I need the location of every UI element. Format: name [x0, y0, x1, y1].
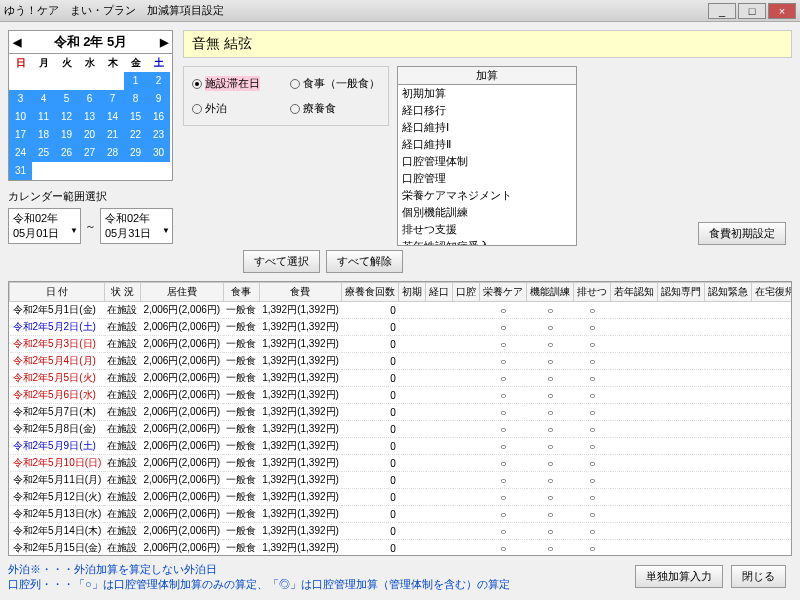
cal-day[interactable]: [78, 162, 101, 180]
cal-day[interactable]: 11: [32, 108, 55, 126]
table-row[interactable]: 令和2年5月3日(日) 在施設 2,006円(2,006円) 一般食 1,392…: [10, 336, 793, 353]
table-row[interactable]: 令和2年5月11日(月) 在施設 2,006円(2,006円) 一般食 1,39…: [10, 472, 793, 489]
cal-day[interactable]: 3: [9, 90, 32, 108]
cal-day[interactable]: [55, 72, 78, 90]
table-row[interactable]: 令和2年5月1日(金) 在施設 2,006円(2,006円) 一般食 1,392…: [10, 302, 793, 319]
kasan-item[interactable]: 栄養ケアマネジメント: [398, 187, 576, 204]
kasan-item[interactable]: 排せつ支援: [398, 221, 576, 238]
cal-day[interactable]: 2: [147, 72, 170, 90]
col-header: 栄養ケア: [480, 283, 527, 302]
cal-day[interactable]: 15: [124, 108, 147, 126]
cal-day[interactable]: 24: [9, 144, 32, 162]
cal-day[interactable]: [55, 162, 78, 180]
kasan-item[interactable]: 個別機能訓練: [398, 204, 576, 221]
cal-day[interactable]: 25: [32, 144, 55, 162]
cal-day[interactable]: 9: [147, 90, 170, 108]
cal-day[interactable]: 23: [147, 126, 170, 144]
minimize-button[interactable]: _: [708, 3, 736, 19]
radio-meal[interactable]: 食事（一般食）: [290, 75, 380, 92]
table-row[interactable]: 令和2年5月6日(水) 在施設 2,006円(2,006円) 一般食 1,392…: [10, 387, 793, 404]
cal-day[interactable]: 8: [124, 90, 147, 108]
col-header: 在宅復帰: [752, 283, 792, 302]
col-header: 経口: [426, 283, 453, 302]
kasan-item[interactable]: 経口維持Ⅰ: [398, 119, 576, 136]
col-header: 食事: [223, 283, 259, 302]
cal-day[interactable]: 21: [101, 126, 124, 144]
cal-day[interactable]: [32, 72, 55, 90]
clear-all-button[interactable]: すべて解除: [326, 250, 403, 273]
cal-day[interactable]: 13: [78, 108, 101, 126]
kasan-list[interactable]: 初期加算経口移行経口維持Ⅰ経口維持Ⅱ口腔管理体制口腔管理栄養ケアマネジメント個別…: [398, 85, 576, 245]
table-row[interactable]: 令和2年5月14日(木) 在施設 2,006円(2,006円) 一般食 1,39…: [10, 523, 793, 540]
cal-day[interactable]: 4: [32, 90, 55, 108]
col-header: 若年認知: [611, 283, 658, 302]
unit-input-button[interactable]: 単独加算入力: [635, 565, 723, 588]
radio-ryoyo[interactable]: 療養食: [290, 100, 380, 117]
maximize-button[interactable]: □: [738, 3, 766, 19]
cal-day[interactable]: 16: [147, 108, 170, 126]
cal-day[interactable]: 1: [124, 72, 147, 90]
data-table-wrap[interactable]: 日 付状 況居住費食事食費療養食回数初期経口口腔栄養ケア機能訓練排せつ若年認知認…: [8, 281, 792, 556]
cal-day[interactable]: 26: [55, 144, 78, 162]
cal-day[interactable]: 22: [124, 126, 147, 144]
table-row[interactable]: 令和2年5月8日(金) 在施設 2,006円(2,006円) 一般食 1,392…: [10, 421, 793, 438]
cal-day[interactable]: [147, 162, 170, 180]
cal-day[interactable]: [78, 72, 101, 90]
table-row[interactable]: 令和2年5月7日(木) 在施設 2,006円(2,006円) 一般食 1,392…: [10, 404, 793, 421]
cal-day[interactable]: 27: [78, 144, 101, 162]
kasan-item[interactable]: 経口維持Ⅱ: [398, 136, 576, 153]
table-row[interactable]: 令和2年5月9日(土) 在施設 2,006円(2,006円) 一般食 1,392…: [10, 438, 793, 455]
kasan-item[interactable]: 経口移行: [398, 102, 576, 119]
select-all-button[interactable]: すべて選択: [243, 250, 320, 273]
col-header: 機能訓練: [527, 283, 574, 302]
kasan-item[interactable]: 口腔管理: [398, 170, 576, 187]
cal-prev[interactable]: ◀: [13, 36, 21, 49]
cal-day[interactable]: 10: [9, 108, 32, 126]
cal-day[interactable]: 5: [55, 90, 78, 108]
calendar-grid[interactable]: 日月火水木金土123456789101112131415161718192021…: [8, 54, 173, 181]
table-row[interactable]: 令和2年5月15日(金) 在施設 2,006円(2,006円) 一般食 1,39…: [10, 540, 793, 557]
cal-day[interactable]: 6: [78, 90, 101, 108]
init-food-button[interactable]: 食費初期設定: [698, 222, 786, 245]
table-row[interactable]: 令和2年5月12日(火) 在施設 2,006円(2,006円) 一般食 1,39…: [10, 489, 793, 506]
cal-day[interactable]: 28: [101, 144, 124, 162]
col-header: 日 付: [10, 283, 105, 302]
col-header: 初期: [399, 283, 426, 302]
table-row[interactable]: 令和2年5月2日(土) 在施設 2,006円(2,006円) 一般食 1,392…: [10, 319, 793, 336]
cal-day[interactable]: 18: [32, 126, 55, 144]
col-header: 食費: [259, 283, 342, 302]
cal-day[interactable]: 31: [9, 162, 32, 180]
cal-day[interactable]: 30: [147, 144, 170, 162]
cal-day[interactable]: 29: [124, 144, 147, 162]
cal-day[interactable]: [101, 162, 124, 180]
close-button[interactable]: ×: [768, 3, 796, 19]
table-row[interactable]: 令和2年5月5日(火) 在施設 2,006円(2,006円) 一般食 1,392…: [10, 370, 793, 387]
range-from[interactable]: 令和02年05月01日: [8, 208, 81, 244]
cal-day[interactable]: 17: [9, 126, 32, 144]
cal-day[interactable]: [124, 162, 147, 180]
range-to[interactable]: 令和02年05月31日: [100, 208, 173, 244]
table-row[interactable]: 令和2年5月10日(日) 在施設 2,006円(2,006円) 一般食 1,39…: [10, 455, 793, 472]
table-row[interactable]: 令和2年5月13日(水) 在施設 2,006円(2,006円) 一般食 1,39…: [10, 506, 793, 523]
cal-day[interactable]: [9, 72, 32, 90]
kasan-item[interactable]: 口腔管理体制: [398, 153, 576, 170]
close-dialog-button[interactable]: 閉じる: [731, 565, 786, 588]
cal-day[interactable]: 20: [78, 126, 101, 144]
cal-day[interactable]: [101, 72, 124, 90]
radio-out[interactable]: 外泊: [192, 100, 282, 117]
calendar-header: ◀ 令和 2年 5月 ▶: [8, 30, 173, 54]
cal-day[interactable]: 7: [101, 90, 124, 108]
cal-next[interactable]: ▶: [160, 36, 168, 49]
col-header: 居住費: [140, 283, 223, 302]
window-title: ゆう！ケア まい・プラン 加減算項目設定: [4, 3, 708, 18]
table-row[interactable]: 令和2年5月4日(月) 在施設 2,006円(2,006円) 一般食 1,392…: [10, 353, 793, 370]
col-header: 排せつ: [574, 283, 611, 302]
cal-day[interactable]: 12: [55, 108, 78, 126]
cal-day[interactable]: [32, 162, 55, 180]
cal-day[interactable]: 19: [55, 126, 78, 144]
kasan-item[interactable]: 初期加算: [398, 85, 576, 102]
radio-stay[interactable]: 施設滞在日: [192, 75, 282, 92]
kasan-item[interactable]: 若年性認知症受入: [398, 238, 576, 245]
cal-day[interactable]: 14: [101, 108, 124, 126]
kasan-box: 加算 初期加算経口移行経口維持Ⅰ経口維持Ⅱ口腔管理体制口腔管理栄養ケアマネジメン…: [397, 66, 577, 246]
